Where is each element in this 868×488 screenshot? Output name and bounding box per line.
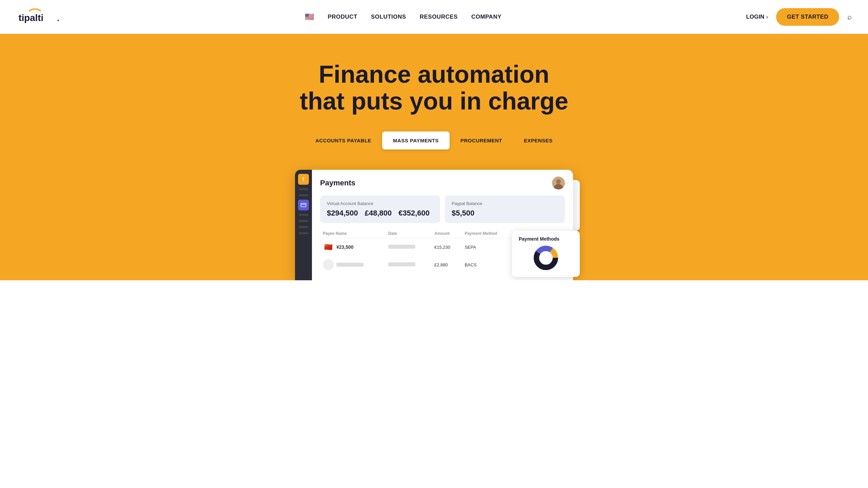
paypal-balance-card: Paypal Balance $5,500: [445, 196, 565, 223]
payee-cell-2: [320, 256, 386, 273]
svg-rect-4: [301, 203, 306, 207]
paypal-balance-usd: $5,500: [452, 209, 474, 218]
payment-methods-overlay: Payment Methods: [512, 231, 580, 277]
method-cell-1: SEPA: [462, 238, 516, 256]
virtual-account-balance-card: Virtual Account Balance $294,500 £48,800…: [320, 196, 440, 223]
balance-cards-row: Virtual Account Balance $294,500 £48,800…: [320, 196, 565, 223]
date-blur-1: [388, 245, 415, 249]
svg-point-11: [540, 252, 552, 264]
sidebar-item-5: [299, 226, 308, 228]
svg-text:tipalti: tipalti: [19, 12, 44, 23]
hero-title: Finance automation that puts you in char…: [300, 61, 568, 115]
amount-cell-2: £2,880: [432, 256, 462, 273]
payee-cell-1: 🇨🇳 ¥23,500: [320, 238, 386, 256]
nav-product[interactable]: PRODUCT: [328, 14, 357, 20]
virtual-balance-usd: $294,500: [327, 209, 358, 218]
dashboard-preview: Balance t: [292, 170, 576, 280]
svg-text:.: .: [57, 13, 59, 22]
sidebar-logo-icon: t: [298, 174, 309, 185]
hero-tabs: ACCOUNTS PAYABLE MASS PAYMENTS PROCUREME…: [304, 131, 564, 149]
svg-point-6: [556, 179, 561, 184]
virtual-balance-label: Virtual Account Balance: [327, 201, 433, 206]
date-cell-2: [386, 256, 432, 273]
sidebar-item-6: [299, 232, 308, 234]
nav-solutions[interactable]: SOLUTIONS: [371, 14, 406, 20]
payee-flag-2: [323, 259, 334, 270]
amount-cell-1: €15,230: [432, 238, 462, 256]
flag-icon[interactable]: 🇺🇸: [305, 13, 314, 21]
search-icon[interactable]: ⌕: [847, 13, 852, 21]
payment-methods-label: Payment Methods: [519, 236, 573, 242]
virtual-balance-gbp: £48,800: [365, 209, 392, 218]
dashboard-header: Payments: [320, 177, 565, 189]
dashboard-sidebar: t: [295, 170, 312, 280]
payee-flag-1: 🇨🇳: [323, 242, 334, 252]
date-cell-1: [386, 238, 432, 256]
tab-expenses[interactable]: EXPENSES: [513, 131, 564, 149]
virtual-balance-eur: €352,600: [398, 209, 430, 218]
tab-accounts-payable[interactable]: ACCOUNTS PAYABLE: [304, 131, 382, 149]
col-payee-name: Payee Name: [320, 229, 386, 238]
nav-resources[interactable]: RESOURCES: [420, 14, 458, 20]
col-amount: Amount: [432, 229, 462, 238]
virtual-balance-values: $294,500 £48,800 €352,600: [327, 209, 433, 218]
date-blur-2: [388, 262, 415, 266]
login-arrow: ›: [766, 14, 768, 20]
sidebar-item-2: [299, 194, 308, 196]
payee-amount-local-1: ¥23,500: [336, 244, 354, 250]
user-avatar: [552, 177, 565, 189]
dashboard-title: Payments: [320, 179, 355, 187]
sidebar-payments-icon[interactable]: [298, 200, 309, 210]
payment-methods-donut: [532, 244, 559, 271]
get-started-button[interactable]: GET STARTED: [776, 8, 839, 26]
login-link[interactable]: LOGIN ›: [746, 14, 768, 20]
method-cell-2: BACS: [462, 256, 516, 273]
paypal-balance-values: $5,500: [452, 209, 558, 218]
col-date: Date: [386, 229, 432, 238]
navbar: tipalti . 🇺🇸 PRODUCT SOLUTIONS RESOURCES…: [0, 0, 868, 34]
sidebar-item-4: [299, 220, 308, 222]
paypal-balance-label: Paypal Balance: [452, 201, 558, 206]
payee-name-blur-2: [336, 263, 363, 267]
sidebar-item-1: [299, 188, 308, 190]
tab-procurement[interactable]: PROCUREMENT: [450, 131, 513, 149]
logo-link[interactable]: tipalti .: [16, 8, 60, 25]
hero-section: Finance automation that puts you in char…: [0, 34, 868, 280]
nav-right: LOGIN › GET STARTED ⌕: [746, 8, 852, 26]
nav-links: 🇺🇸 PRODUCT SOLUTIONS RESOURCES COMPANY: [305, 13, 501, 21]
nav-company[interactable]: COMPANY: [471, 14, 501, 20]
sidebar-item-3: [299, 214, 308, 216]
tab-mass-payments[interactable]: MASS PAYMENTS: [382, 131, 450, 149]
col-payment-method: Payment Method: [462, 229, 516, 238]
